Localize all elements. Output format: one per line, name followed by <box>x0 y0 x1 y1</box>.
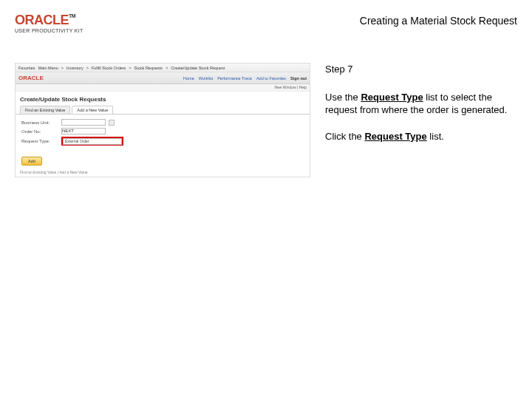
upk-subtitle: USER PRODUCTIVITY KIT <box>15 28 83 33</box>
step-label: Step 7 <box>325 63 517 76</box>
nav-link: Worklist <box>199 76 213 81</box>
business-unit-label: Business Unit: <box>21 120 58 125</box>
order-no-input[interactable]: NEXT <box>61 128 106 134</box>
instr-emphasis: Request Type <box>364 131 426 142</box>
breadcrumb-item: Favorites <box>18 66 35 70</box>
add-button[interactable]: Add <box>21 157 42 166</box>
app-tabs: Find an Existing Value Add a New Value <box>16 106 310 115</box>
app-subbar: New Window | Help <box>16 84 310 92</box>
request-type-label: Request Type: <box>21 139 58 143</box>
order-no-label: Order No: <box>21 129 58 134</box>
nav-link: Performance Trace <box>217 76 252 81</box>
app-screenshot: Favorites Main Menu > Inventory > Fulfil… <box>15 63 310 177</box>
screenshot-column: Favorites Main Menu > Inventory > Fulfil… <box>15 63 310 177</box>
instr-text: list. <box>427 131 444 142</box>
request-type-highlight: External Order <box>61 137 123 146</box>
nav-link: Sign out <box>290 76 307 81</box>
tab-add-new[interactable]: Add a New Value <box>72 106 113 114</box>
business-unit-input[interactable] <box>61 119 106 126</box>
oracle-logo: ORACLETM <box>15 13 83 27</box>
business-unit-row: Business Unit: <box>21 119 304 126</box>
app-nav-links: Home Worklist Performance Trace Add to F… <box>183 76 307 81</box>
doc-title: Creating a Material Stock Request <box>360 15 517 27</box>
breadcrumb: Favorites Main Menu > Inventory > Fulfil… <box>16 64 310 72</box>
content-row: Favorites Main Menu > Inventory > Fulfil… <box>0 63 532 177</box>
instructions-column: Step 7 Use the Request Type list to sele… <box>325 63 517 177</box>
app-page-title: Create/Update Stock Requests <box>16 92 310 106</box>
tab-find-existing[interactable]: Find an Existing Value <box>20 106 70 114</box>
order-no-row: Order No: NEXT <box>21 128 304 134</box>
oracle-upk-logo: ORACLETM USER PRODUCTIVITY KIT <box>15 13 83 33</box>
oracle-logo-text: ORACLE <box>15 13 69 27</box>
nav-link: Add to Favorites <box>256 76 286 81</box>
instruction-paragraph-1: Use the Request Type list to select the … <box>325 91 517 117</box>
instr-text: Click the <box>325 131 364 142</box>
app-logo: ORACLE <box>18 75 44 81</box>
trademark: TM <box>69 13 75 18</box>
instr-emphasis: Request Type <box>361 92 423 103</box>
breadcrumb-item: Fulfill Stock Orders <box>92 66 126 70</box>
instruction-paragraph-2: Click the Request Type list. <box>325 130 517 143</box>
app-form: Business Unit: Order No: NEXT Request Ty… <box>16 115 310 152</box>
header: ORACLETM USER PRODUCTIVITY KIT Creating … <box>0 0 532 41</box>
breadcrumb-item: Main Menu <box>38 66 58 70</box>
breadcrumb-item: Inventory <box>66 66 83 70</box>
request-type-select[interactable]: External Order <box>63 138 122 145</box>
request-type-row: Request Type: External Order <box>21 137 304 146</box>
instr-text: Use the <box>325 92 361 103</box>
breadcrumb-item: Stock Requests <box>134 66 163 70</box>
app-footer-links: Find an Existing Value | Add a New Value <box>20 170 87 174</box>
nav-link: Home <box>183 76 194 81</box>
breadcrumb-item: Create/Update Stock Request <box>171 66 225 70</box>
lookup-icon[interactable] <box>109 120 115 126</box>
app-topbar: ORACLE Home Worklist Performance Trace A… <box>16 72 310 84</box>
